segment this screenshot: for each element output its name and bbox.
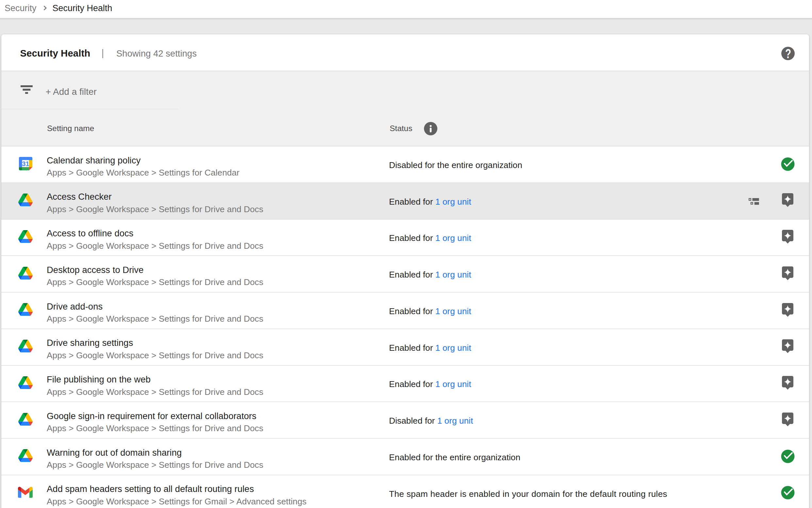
svg-text:?: ? [785, 47, 791, 60]
svg-text:31: 31 [22, 160, 29, 167]
